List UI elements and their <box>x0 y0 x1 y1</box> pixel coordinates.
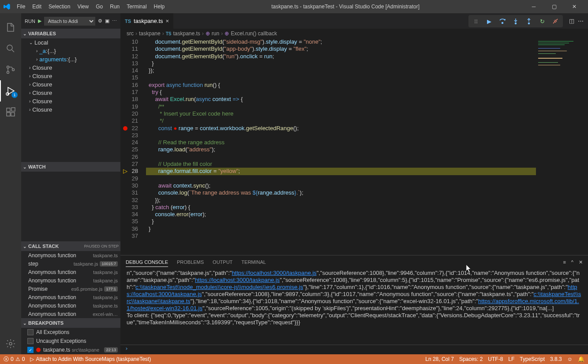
extensions-icon[interactable] <box>0 101 21 123</box>
minimize-button[interactable]: ─ <box>524 0 544 13</box>
step-over-icon[interactable] <box>497 15 508 27</box>
drag-handle-icon[interactable]: ⁞⁞ <box>470 15 482 27</box>
sb-bell-icon[interactable]: 🔔 <box>578 356 584 362</box>
bp-entry[interactable]: ✓taskpane.ts src\taskpane22:13 <box>21 345 120 354</box>
gear-icon[interactable]: ⚙ <box>98 18 102 24</box>
tab-taskpane-ts[interactable]: TS taskpane.ts × <box>120 13 173 29</box>
callstack-header[interactable]: ⌄CALL STACKPAUSED ON STEP <box>21 241 120 251</box>
sb-version[interactable]: 3.8.3 <box>550 356 562 362</box>
scope-closure[interactable]: ›Closure <box>21 89 120 97</box>
sb-cursor-pos[interactable]: Ln 28, Col 7 <box>425 356 454 362</box>
debug-console-icon[interactable]: ▣ <box>105 18 109 24</box>
tab-row: TS taskpane.ts × ⁞⁞ ▶ ↻ ◫ ⋯ <box>120 13 588 29</box>
bp-all-exceptions[interactable]: All Exceptions <box>21 328 120 337</box>
menu-run[interactable]: Run <box>107 2 122 11</box>
ts-file-icon: TS <box>125 19 131 24</box>
sidebar: RUN ▶ Attach to Addi ⚙ ▣ ⋯ ⌄VARIABLES ⌄L… <box>21 13 120 354</box>
run-header: RUN ▶ Attach to Addi ⚙ ▣ ⋯ <box>21 13 120 29</box>
menu-help[interactable]: Help <box>151 2 168 11</box>
variables-header[interactable]: ⌄VARIABLES <box>21 29 120 38</box>
tab-problems[interactable]: PROBLEMS <box>177 258 204 266</box>
stack-frame[interactable]: Anonymous functiontaskpane.js <box>21 293 120 301</box>
editor-area: TS taskpane.ts × ⁞⁞ ▶ ↻ ◫ ⋯ src› taskpan… <box>120 13 588 354</box>
tab-output[interactable]: OUTPUT <box>213 258 232 266</box>
stack-frame[interactable]: Anonymous functiontaskpane.js <box>21 276 120 285</box>
minimap[interactable] <box>536 38 588 255</box>
scope-closure[interactable]: ›Closure <box>21 64 120 72</box>
sb-feedback-icon[interactable]: ☺ <box>567 356 573 362</box>
svg-point-0 <box>7 45 12 50</box>
more-icon[interactable]: ⋯ <box>112 18 117 24</box>
menu-go[interactable]: Go <box>93 2 105 11</box>
var-item[interactable]: ›arguments: {...} <box>21 55 120 64</box>
stack-frame[interactable]: Anonymous functionexcel-win… <box>21 310 120 318</box>
code-area[interactable]: document.getElementById("sideload-msg").… <box>146 38 536 255</box>
stack-frame[interactable]: Anonymous functiontaskpane.js <box>21 268 120 276</box>
sb-eol[interactable]: LF <box>508 356 514 362</box>
start-debug-icon[interactable]: ▶ <box>38 18 41 24</box>
run-label: RUN <box>25 19 35 24</box>
search-icon[interactable] <box>0 38 21 59</box>
svg-point-3 <box>12 69 15 71</box>
sb-language[interactable]: TypeScript <box>520 356 545 362</box>
continue-icon[interactable]: ▶ <box>483 15 495 27</box>
maximize-button[interactable]: ▢ <box>544 0 564 13</box>
step-into-icon[interactable] <box>510 15 521 27</box>
scope-closure[interactable]: ›Closure <box>21 80 120 89</box>
run-debug-icon[interactable]: 1 <box>0 80 21 101</box>
tab-debug-console[interactable]: DEBUG CONSOLE <box>126 258 168 267</box>
menu-selection[interactable]: Selection <box>46 2 73 11</box>
stack-frame[interactable]: Anonymous functiontaskpane.ts <box>21 301 120 310</box>
vscode-logo-icon <box>4 3 11 10</box>
scope-local[interactable]: ⌄Local <box>21 38 120 47</box>
scope-closure[interactable]: ›Closure <box>21 105 120 114</box>
menu-file[interactable]: File <box>14 2 28 11</box>
sb-spaces[interactable]: Spaces: 2 <box>459 356 483 362</box>
svg-point-2 <box>7 71 9 74</box>
scope-closure[interactable]: ›Closure <box>21 97 120 105</box>
svg-rect-7 <box>11 113 15 116</box>
svg-rect-8 <box>11 108 15 111</box>
more-actions-icon[interactable]: ⋯ <box>578 18 584 24</box>
stack-frame[interactable]: Promisees6.promise.js177:1 <box>21 285 120 293</box>
menu-view[interactable]: View <box>75 2 91 11</box>
filter-icon[interactable]: ≡ <box>563 258 566 267</box>
var-item[interactable]: ›_a: {...} <box>21 47 120 55</box>
step-out-icon[interactable] <box>523 15 535 27</box>
svg-point-12 <box>528 23 530 24</box>
debug-console-input[interactable]: › <box>120 345 588 354</box>
statusbar: ⓧ 0 ⚠ 0 ▷ Attach to Addin With SourceMap… <box>0 354 588 364</box>
disconnect-icon[interactable] <box>550 15 561 27</box>
sb-errors[interactable]: ⓧ 0 ⚠ 0 <box>4 356 25 363</box>
callstack-body: Anonymous functiontaskpane.tssteptaskpan… <box>21 251 120 318</box>
breakpoints-header[interactable]: ⌄BREAKPOINTS <box>21 318 120 328</box>
close-icon[interactable]: × <box>166 18 169 24</box>
panel-close-icon[interactable]: ✕ <box>579 258 583 267</box>
close-window-button[interactable]: ✕ <box>564 0 584 13</box>
explorer-icon[interactable] <box>0 17 21 38</box>
tab-terminal[interactable]: TERMINAL <box>241 258 266 266</box>
menu-terminal[interactable]: Terminal <box>124 2 149 11</box>
editor-body[interactable]: 10111213141516171819202122232425262728▷2… <box>120 38 588 255</box>
split-editor-icon[interactable]: ◫ <box>569 18 574 24</box>
stack-frame[interactable]: Anonymous functiontaskpane.ts <box>21 251 120 259</box>
restart-icon[interactable]: ↻ <box>536 15 548 27</box>
svg-rect-6 <box>7 113 10 116</box>
source-control-icon[interactable] <box>0 59 21 80</box>
sb-debug-task[interactable]: ▷ Attach to Addin With SourceMaps (taskp… <box>30 356 151 362</box>
sb-encoding[interactable]: UTF-8 <box>488 356 503 362</box>
debug-toolbar[interactable]: ⁞⁞ ▶ ↻ <box>468 15 563 27</box>
scope-closure[interactable]: ›Closure <box>21 72 120 80</box>
menu-bar: File Edit Selection View Go Run Terminal… <box>14 2 167 11</box>
settings-gear-icon[interactable] <box>0 333 21 354</box>
debug-console-output[interactable]: n","source":{"name":"taskpane.js","path"… <box>120 269 588 345</box>
breadcrumb[interactable]: src› taskpane› TStaskpane.ts› ⊕run› ⊕Exc… <box>120 29 588 38</box>
menu-edit[interactable]: Edit <box>30 2 44 11</box>
watch-header[interactable]: ⌄WATCH <box>21 162 120 172</box>
panel-tabs: DEBUG CONSOLE PROBLEMS OUTPUT TERMINAL ≡… <box>120 255 588 269</box>
debug-config-select[interactable]: Attach to Addi <box>44 17 95 26</box>
bp-uncaught[interactable]: Uncaught Exceptions <box>21 337 120 345</box>
variables-body: ⌄Local ›_a: {...} ›arguments: {...} ›Clo… <box>21 38 120 162</box>
stack-frame[interactable]: steptaskpane.js10015:7 <box>21 259 120 268</box>
panel-expand-icon[interactable]: ^ <box>571 258 573 267</box>
